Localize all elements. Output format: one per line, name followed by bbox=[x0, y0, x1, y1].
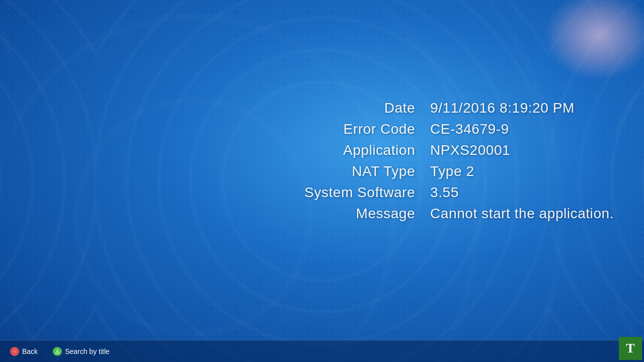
search-icon: △ bbox=[53, 347, 62, 356]
message-label: Message bbox=[304, 206, 415, 222]
search-label: Search by title bbox=[65, 347, 110, 355]
date-label: Date bbox=[304, 100, 415, 116]
application-value: NPXS20001 bbox=[430, 142, 614, 158]
date-value: 9/11/2016 8:19:20 PM bbox=[430, 100, 614, 116]
back-label: Back bbox=[22, 347, 38, 355]
error-code-value: CE-34679-9 bbox=[430, 121, 614, 137]
t-logo: T bbox=[619, 337, 642, 360]
message-value: Cannot start the application. bbox=[430, 206, 614, 222]
info-table: Date 9/11/2016 8:19:20 PM Error Code CE-… bbox=[304, 100, 614, 222]
nat-type-value: Type 2 bbox=[430, 163, 614, 179]
application-label: Application bbox=[304, 142, 415, 158]
search-button[interactable]: △ Search by title bbox=[53, 347, 110, 356]
back-button[interactable]: ○ Back bbox=[10, 347, 38, 356]
bottom-bar: ○ Back △ Search by title bbox=[0, 340, 644, 362]
back-icon: ○ bbox=[10, 347, 19, 356]
nat-type-label: NAT Type bbox=[304, 163, 415, 179]
t-logo-text: T bbox=[626, 341, 634, 356]
error-content: Date 9/11/2016 8:19:20 PM Error Code CE-… bbox=[0, 0, 644, 362]
system-software-value: 3.55 bbox=[430, 185, 614, 201]
system-software-label: System Software bbox=[304, 185, 415, 201]
error-code-label: Error Code bbox=[304, 121, 415, 137]
